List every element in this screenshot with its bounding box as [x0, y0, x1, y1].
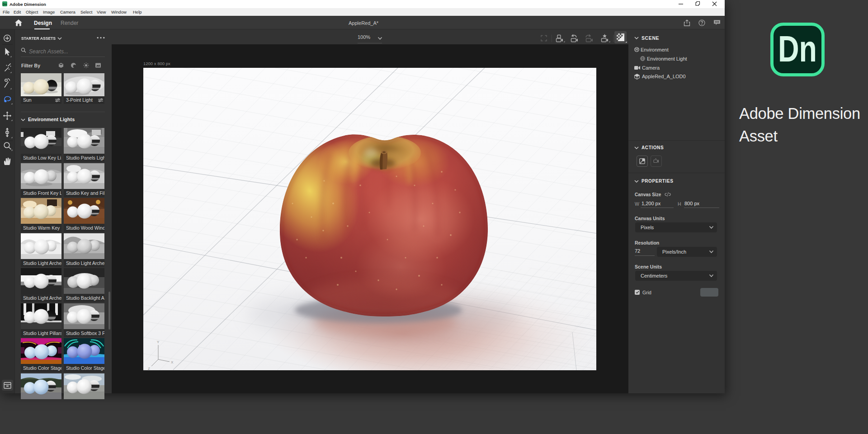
svg-text:Dn: Dn	[3, 3, 7, 6]
svg-text:X: X	[171, 360, 174, 364]
svg-text:Y: Y	[157, 340, 160, 344]
svg-text:Dn: Dn	[778, 28, 817, 69]
svg-text:Z: Z	[148, 367, 150, 370]
